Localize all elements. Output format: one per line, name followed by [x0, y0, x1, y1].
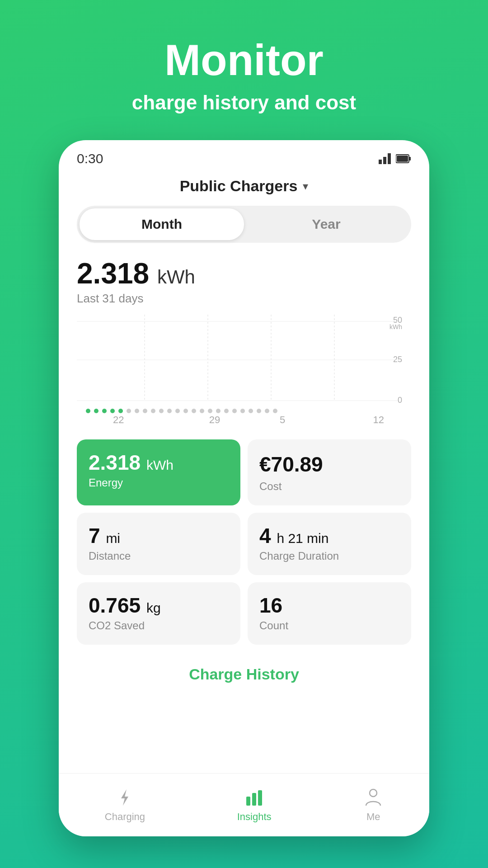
svg-marker-3: [379, 160, 382, 164]
chart-dots: [77, 409, 411, 413]
distance-label: Distance: [89, 550, 229, 562]
charge-history-button[interactable]: Charge History: [189, 665, 299, 683]
battery-icon: [396, 153, 411, 164]
nav-item-insights[interactable]: Insights: [237, 788, 272, 823]
stat-energy[interactable]: 2.318 kWh Energy: [77, 439, 240, 505]
person-icon: [363, 788, 383, 807]
svg-marker-1: [383, 157, 386, 164]
bottom-nav: Charging Insights Me: [59, 773, 429, 836]
bolt-icon: [115, 788, 135, 807]
co2-label: CO2 Saved: [89, 619, 229, 632]
duration-label: Charge Duration: [259, 550, 399, 562]
energy-stat-value: 2.318: [89, 451, 141, 474]
nav-label-insights: Insights: [237, 811, 272, 823]
svg-text:kWh: kWh: [389, 323, 402, 330]
duration-value: 4: [259, 524, 271, 547]
energy-display: 2.318 kWh Last 31 days: [77, 259, 411, 306]
chart-x-labels: 22 29 5 12: [77, 414, 411, 426]
stat-duration[interactable]: 4 h 21 min Charge Duration: [248, 513, 411, 575]
header-section: Monitor charge history and cost: [0, 0, 488, 141]
svg-rect-19: [246, 797, 250, 806]
cost-label: Cost: [259, 480, 399, 493]
nav-label-me: Me: [366, 811, 380, 823]
page-subtitle: charge history and cost: [0, 91, 488, 114]
nav-item-me[interactable]: Me: [363, 788, 383, 823]
duration-unit: h 21 min: [277, 531, 328, 546]
stats-row-3: 0.765 kg CO2 Saved 16 Count: [77, 582, 411, 645]
nav-label-charging: Charging: [105, 811, 145, 823]
stat-count[interactable]: 16 Count: [248, 582, 411, 645]
co2-value: 0.765: [89, 594, 141, 617]
svg-text:25: 25: [393, 355, 402, 364]
chart-x-5: 5: [249, 414, 316, 426]
tab-year[interactable]: Year: [244, 208, 408, 240]
svg-rect-5: [409, 157, 411, 160]
count-value: 16: [259, 594, 282, 617]
chart-area: 50 25 0 kWh: [77, 315, 411, 405]
svg-rect-6: [397, 156, 408, 162]
distance-unit: mi: [106, 531, 120, 546]
charger-selector[interactable]: Public Chargers ▾: [77, 177, 411, 195]
chart-x-22: 22: [113, 414, 181, 426]
charge-history-section: Charge History: [77, 652, 411, 692]
tab-switcher: Month Year: [77, 206, 411, 243]
cost-value: €70.89: [259, 452, 399, 476]
energy-stat-unit: kWh: [146, 458, 174, 472]
tab-month[interactable]: Month: [80, 208, 244, 240]
status-icons: [379, 153, 411, 164]
nav-item-charging[interactable]: Charging: [105, 788, 145, 823]
energy-period: Last 31 days: [77, 292, 411, 306]
svg-marker-18: [121, 789, 128, 806]
charger-name: Public Chargers: [180, 177, 298, 195]
svg-rect-20: [252, 793, 256, 806]
status-time: 0:30: [77, 151, 103, 166]
signal-icon: [379, 153, 391, 164]
co2-unit: kg: [146, 600, 161, 615]
svg-text:0: 0: [398, 396, 402, 405]
chart-x-12: 12: [316, 414, 384, 426]
chart-x-29: 29: [181, 414, 249, 426]
status-bar: 0:30: [59, 140, 429, 171]
svg-marker-2: [388, 153, 391, 164]
energy-unit: kWh: [157, 266, 195, 288]
count-label: Count: [259, 619, 399, 632]
svg-rect-21: [258, 790, 262, 806]
page-title: Monitor: [0, 36, 488, 84]
energy-stat-label: Energy: [89, 476, 229, 489]
stat-cost[interactable]: €70.89 Cost: [248, 439, 411, 505]
stats-row-2: 7 mi Distance 4 h 21 min Charge Duration: [77, 513, 411, 575]
distance-value: 7: [89, 524, 100, 547]
energy-number: 2.318: [77, 257, 149, 290]
stat-distance[interactable]: 7 mi Distance: [77, 513, 240, 575]
phone-frame: 0:30 Public Chargers ▾ Month: [59, 140, 429, 836]
stats-row-1: 2.318 kWh Energy €70.89 Cost: [77, 439, 411, 505]
bar-chart-icon: [244, 788, 264, 807]
stat-co2[interactable]: 0.765 kg CO2 Saved: [77, 582, 240, 645]
svg-point-22: [370, 789, 377, 797]
chevron-down-icon: ▾: [303, 180, 308, 193]
